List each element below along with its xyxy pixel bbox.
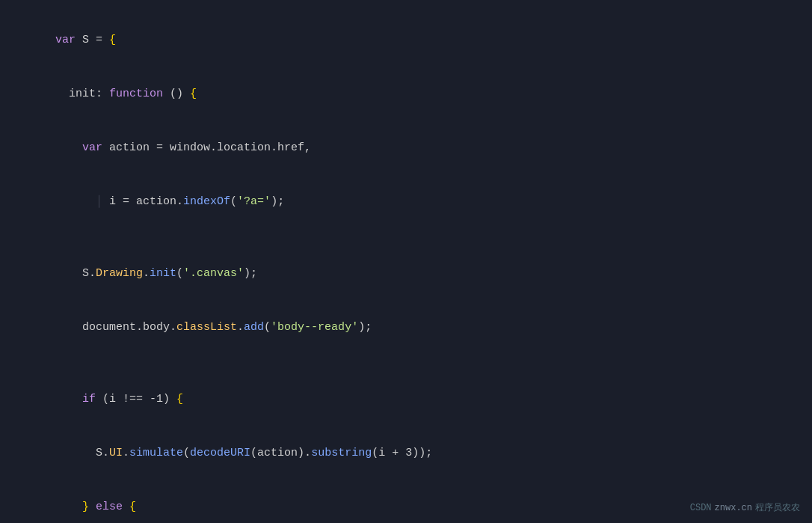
code-line-10: S.UI.simulate(decodeURI(action).substrin… <box>15 426 797 480</box>
code-line-4: │ i = action.indexOf('?a='); <box>15 175 797 229</box>
watermark-csdn: CSDN <box>690 501 712 516</box>
code-line-2: init: function () { <box>15 67 797 121</box>
code-line-6: S.Drawing.init('.canvas'); <box>15 247 797 301</box>
code-line-11: } else { <box>15 480 797 523</box>
code-line-9: if (i !== -1) { <box>15 373 797 426</box>
keyword-var: var <box>55 34 76 46</box>
code-line-1: var S = { <box>15 13 797 67</box>
code-line-8 <box>15 355 797 373</box>
watermark: CSDN znwx.cn 程序员农农 <box>690 501 800 516</box>
code-line-3: var action = window.location.href, <box>15 121 797 175</box>
code-line-7: document.body.classList.add('body--ready… <box>15 301 797 355</box>
code-line-5 <box>15 229 797 247</box>
watermark-site: znwx.cn <box>715 501 752 516</box>
watermark-author: 程序员农农 <box>755 501 800 516</box>
code-editor: var S = { init: function () { var action… <box>0 0 812 523</box>
